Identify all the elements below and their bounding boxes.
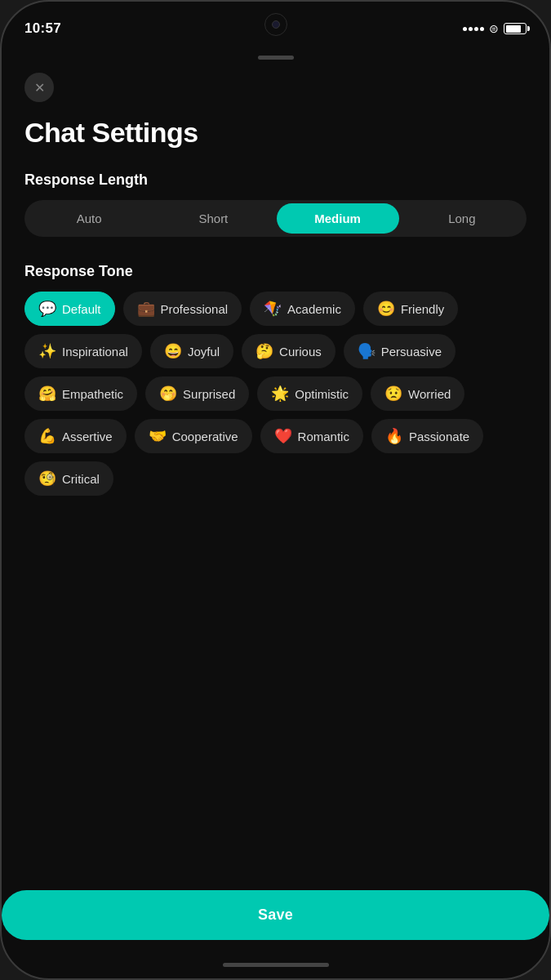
cooperative-emoji: 🤝 [149, 429, 167, 443]
sheet-handle [2, 46, 549, 65]
tone-chip-academic[interactable]: 🪁 Academic [250, 292, 355, 326]
length-option-medium[interactable]: Medium [277, 203, 399, 234]
camera-notch [264, 13, 287, 36]
tone-chip-romantic[interactable]: ❤️ Romantic [260, 419, 363, 453]
default-label: Default [62, 302, 101, 316]
surprised-label: Surprised [183, 387, 235, 401]
battery-icon [504, 23, 527, 34]
professional-emoji: 💼 [137, 301, 155, 316]
tone-grid: 💬 Default 💼 Professional 🪁 Academic 😊 Fr… [24, 292, 527, 496]
tone-chip-critical[interactable]: 🧐 Critical [24, 461, 113, 496]
tone-chip-passionate[interactable]: 🔥 Passionate [371, 419, 483, 453]
tone-chip-optimistic[interactable]: 🌟 Optimistic [257, 376, 362, 411]
worried-emoji: 😟 [384, 386, 402, 401]
save-button-wrapper: Save [2, 890, 549, 956]
persuasive-emoji: 🗣️ [358, 344, 375, 359]
assertive-label: Assertive [62, 430, 113, 443]
passionate-label: Passionate [409, 430, 469, 443]
curious-emoji: 🤔 [256, 344, 273, 359]
critical-label: Critical [62, 472, 100, 486]
save-button[interactable]: Save [2, 890, 549, 940]
assertive-emoji: 💪 [38, 429, 56, 443]
tone-chip-friendly[interactable]: 😊 Friendly [363, 292, 458, 326]
signal-icon [463, 27, 484, 31]
tone-chip-joyful[interactable]: 😄 Joyful [150, 334, 233, 368]
optimistic-emoji: 🌟 [271, 386, 289, 401]
inspirational-label: Inspirational [62, 345, 128, 359]
wifi-icon: ⊜ [489, 22, 499, 35]
battery-fill [506, 25, 521, 33]
camera-dot [272, 20, 280, 29]
joyful-emoji: 😄 [164, 344, 182, 359]
close-button[interactable]: ✕ [24, 73, 54, 102]
worried-label: Worried [408, 387, 451, 401]
persuasive-label: Persuasive [381, 345, 442, 359]
romantic-label: Romantic [298, 430, 349, 443]
friendly-emoji: 😊 [377, 301, 395, 316]
friendly-label: Friendly [401, 302, 444, 316]
default-emoji: 💬 [38, 301, 56, 316]
tone-chip-assertive[interactable]: 💪 Assertive [24, 419, 127, 453]
professional-label: Professional [161, 302, 229, 316]
tone-chip-persuasive[interactable]: 🗣️ Persuasive [344, 334, 455, 368]
sheet-handle-bar [258, 56, 294, 60]
passionate-emoji: 🔥 [385, 429, 403, 443]
tone-chip-cooperative[interactable]: 🤝 Cooperative [135, 419, 252, 453]
response-length-label: Response Length [24, 172, 527, 189]
romantic-emoji: ❤️ [274, 429, 292, 443]
inspirational-emoji: ✨ [38, 344, 56, 359]
optimistic-label: Optimistic [295, 387, 349, 401]
tone-chip-inspirational[interactable]: ✨ Inspirational [24, 334, 142, 368]
home-indicator [2, 956, 549, 978]
length-selector: Auto Short Medium Long [24, 200, 527, 237]
tone-chip-worried[interactable]: 😟 Worried [371, 376, 464, 411]
academic-label: Academic [287, 302, 341, 316]
curious-label: Curious [279, 345, 322, 359]
tone-chip-surprised[interactable]: 🤭 Surprised [145, 376, 249, 411]
status-time: 10:57 [24, 20, 61, 37]
content-area: ✕ Chat Settings Response Length Auto Sho… [2, 65, 549, 890]
surprised-emoji: 🤭 [159, 386, 177, 401]
tone-chip-curious[interactable]: 🤔 Curious [242, 334, 335, 368]
tone-chip-empathetic[interactable]: 🤗 Empathetic [24, 376, 137, 411]
academic-emoji: 🪁 [264, 301, 282, 316]
empathetic-emoji: 🤗 [38, 386, 56, 401]
joyful-label: Joyful [188, 345, 220, 359]
critical-emoji: 🧐 [38, 471, 56, 486]
tone-chip-default[interactable]: 💬 Default [24, 292, 115, 326]
status-bar: 10:57 ⊜ [2, 2, 549, 46]
cooperative-label: Cooperative [172, 430, 238, 443]
phone-shell: 10:57 ⊜ ✕ Chat Settings Response Length … [0, 0, 551, 980]
tone-chip-professional[interactable]: 💼 Professional [123, 292, 242, 326]
status-icons: ⊜ [463, 22, 527, 35]
empathetic-label: Empathetic [62, 387, 123, 401]
page-title: Chat Settings [24, 117, 527, 149]
length-option-auto[interactable]: Auto [28, 203, 150, 234]
response-tone-label: Response Tone [24, 263, 527, 280]
length-option-short[interactable]: Short [152, 203, 274, 234]
home-bar [223, 963, 329, 967]
length-option-long[interactable]: Long [401, 203, 523, 234]
